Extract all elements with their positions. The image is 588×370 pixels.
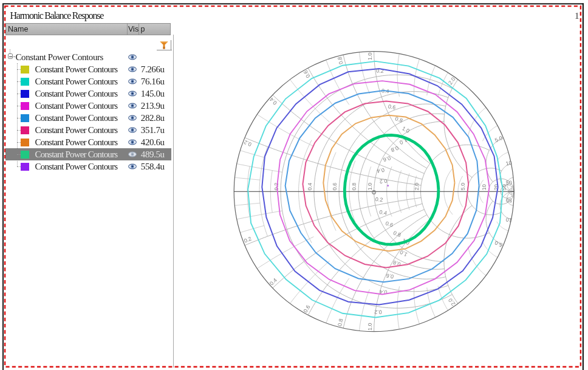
svg-text:5.0: 5.0 bbox=[494, 239, 503, 248]
svg-text:5.0: 5.0 bbox=[494, 135, 503, 143]
svg-text:0.2: 0.2 bbox=[375, 196, 383, 203]
svg-text:0.4: 0.4 bbox=[379, 209, 388, 216]
svg-text:0.4: 0.4 bbox=[307, 183, 313, 191]
svg-text:50: 50 bbox=[506, 197, 512, 204]
svg-text:1.0: 1.0 bbox=[401, 125, 411, 134]
svg-text:0.6: 0.6 bbox=[385, 220, 394, 228]
svg-text:0.8: 0.8 bbox=[351, 183, 357, 191]
svg-text:1.0: 1.0 bbox=[367, 323, 373, 331]
svg-text:1.0: 1.0 bbox=[367, 52, 373, 60]
svg-text:10: 10 bbox=[505, 160, 513, 167]
svg-text:10: 10 bbox=[505, 216, 513, 224]
svg-text:0.6: 0.6 bbox=[388, 103, 396, 111]
svg-text:1.0: 1.0 bbox=[367, 183, 373, 191]
svg-text:50: 50 bbox=[506, 180, 512, 186]
svg-text:0.2: 0.2 bbox=[273, 183, 279, 191]
svg-text:0.8: 0.8 bbox=[337, 56, 344, 64]
svg-text:2.0: 2.0 bbox=[414, 183, 420, 191]
svg-text:10: 10 bbox=[481, 184, 487, 190]
svg-text:0.6: 0.6 bbox=[386, 272, 394, 279]
svg-text:0.4: 0.4 bbox=[377, 166, 385, 174]
svg-text:0.2: 0.2 bbox=[374, 309, 382, 315]
svg-text:0.6: 0.6 bbox=[332, 183, 338, 191]
svg-text:0.8: 0.8 bbox=[390, 145, 399, 153]
svg-text:20: 20 bbox=[493, 184, 499, 190]
svg-text:5.0: 5.0 bbox=[460, 183, 466, 191]
svg-text:0.8: 0.8 bbox=[392, 230, 402, 238]
svg-text:0.2: 0.2 bbox=[379, 177, 387, 184]
svg-text:0.8: 0.8 bbox=[337, 318, 344, 327]
